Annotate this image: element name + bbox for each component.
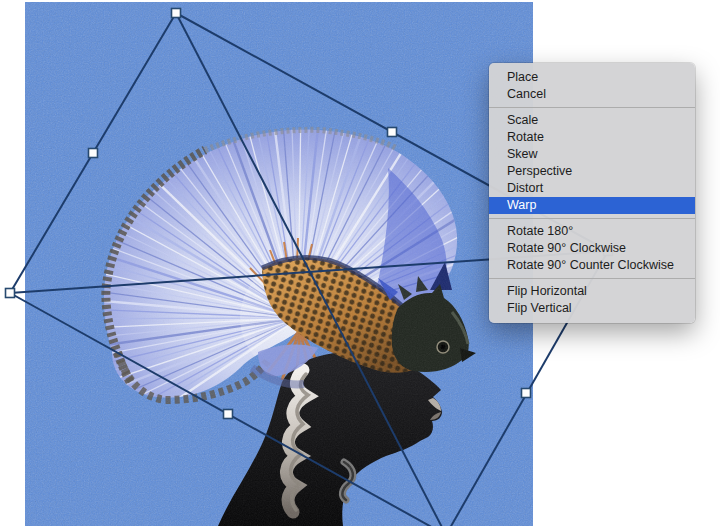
menu-item-cancel[interactable]: Cancel (489, 86, 695, 103)
menu-item-rotate-90-ccw[interactable]: Rotate 90° Counter Clockwise (489, 257, 695, 274)
menu-separator (489, 218, 695, 219)
menu-item-place[interactable]: Place (489, 69, 695, 86)
handle-top-corner[interactable] (172, 9, 181, 18)
menu-item-perspective[interactable]: Perspective (489, 163, 695, 180)
menu-item-flip-vertical[interactable]: Flip Vertical (489, 300, 695, 317)
workspace: Place Cancel Scale Rotate Skew Perspecti… (0, 0, 720, 526)
handle-top-left-mid[interactable] (89, 149, 98, 158)
menu-item-flip-horizontal[interactable]: Flip Horizontal (489, 283, 695, 300)
menu-item-warp[interactable]: Warp (489, 197, 695, 214)
handle-left-corner[interactable] (6, 289, 15, 298)
menu-item-distort[interactable]: Distort (489, 180, 695, 197)
menu-separator (489, 278, 695, 279)
transform-context-menu: Place Cancel Scale Rotate Skew Perspecti… (489, 63, 695, 323)
handle-bottom-right-mid[interactable] (522, 389, 531, 398)
menu-item-rotate-90-cw[interactable]: Rotate 90° Clockwise (489, 240, 695, 257)
menu-item-rotate-180[interactable]: Rotate 180° (489, 223, 695, 240)
handle-bottom-left-mid[interactable] (224, 410, 233, 419)
menu-item-skew[interactable]: Skew (489, 146, 695, 163)
menu-separator (489, 107, 695, 108)
menu-item-scale[interactable]: Scale (489, 112, 695, 129)
handle-top-right-mid[interactable] (388, 128, 397, 137)
menu-item-rotate[interactable]: Rotate (489, 129, 695, 146)
